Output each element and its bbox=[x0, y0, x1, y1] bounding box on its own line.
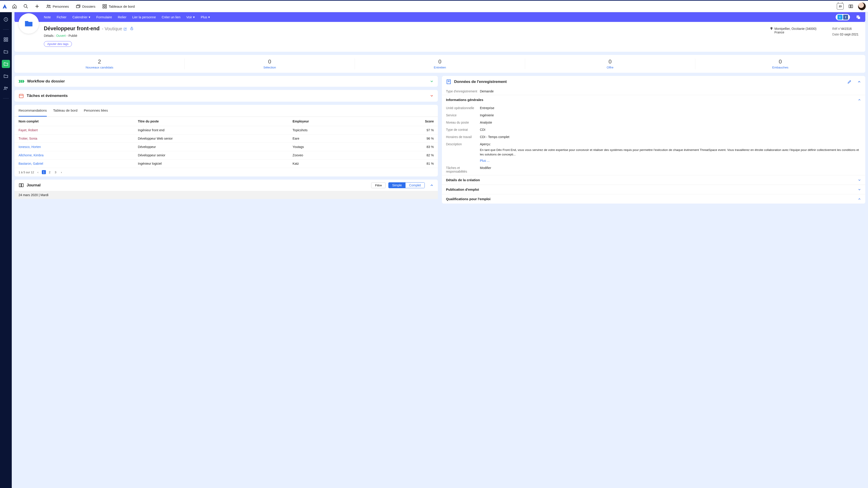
candidate-link[interactable]: Trotier, Sonia bbox=[19, 137, 37, 140]
plus-link[interactable]: Plus ... bbox=[442, 159, 865, 162]
pager: 1 à 5 sur 12 ‹ 1 2 3 › bbox=[14, 168, 438, 176]
workflow-panel: Workflow du dossier bbox=[14, 76, 438, 87]
candidate-link[interactable]: Ionesco, Horten bbox=[19, 145, 41, 149]
add-tags-button[interactable]: Ajouter des tags bbox=[44, 41, 72, 47]
table-row[interactable]: Fayet, RobertIngénieur front endTopicsho… bbox=[14, 126, 438, 134]
table-row[interactable]: Ionesco, HortenDéveloppeurYoutags83 % bbox=[14, 143, 438, 151]
workflow-icon bbox=[19, 79, 24, 84]
rail-grid-icon[interactable] bbox=[2, 35, 10, 43]
lock-open-icon[interactable] bbox=[130, 27, 133, 31]
svg-line-1 bbox=[26, 7, 28, 8]
rail-folder2-icon[interactable] bbox=[2, 60, 10, 68]
rail-folder3-icon[interactable] bbox=[2, 72, 10, 80]
home-icon[interactable] bbox=[10, 2, 19, 10]
tb-voir[interactable]: Voir ▾ bbox=[186, 15, 195, 19]
tb-fichier[interactable]: Fichier bbox=[57, 15, 67, 19]
seg-complet[interactable]: Complet bbox=[405, 183, 425, 188]
facebook-icon[interactable]: f bbox=[843, 15, 848, 20]
tab-recommandations[interactable]: Recommandations bbox=[19, 105, 47, 117]
nav-tableaux[interactable]: Tableaux de bord bbox=[100, 2, 136, 10]
candidate-link[interactable]: Allchorne, Kimbra bbox=[19, 153, 43, 157]
tb-copy-icon[interactable] bbox=[856, 15, 861, 20]
pager-3[interactable]: 3 bbox=[54, 170, 58, 174]
tb-formulaire[interactable]: Formulaire bbox=[96, 15, 112, 19]
seg-simple[interactable]: Simple bbox=[389, 183, 405, 188]
book-icon[interactable] bbox=[847, 2, 855, 10]
stage-offre[interactable]: 0Offre bbox=[525, 59, 695, 69]
section-general[interactable]: Informations générales bbox=[442, 95, 865, 104]
twitter-icon[interactable]: t bbox=[837, 15, 842, 20]
app-logo[interactable] bbox=[2, 4, 7, 9]
pager-1[interactable]: 1 bbox=[42, 170, 46, 174]
candidates-table: Nom complet Titre du poste Employeur Sco… bbox=[14, 117, 438, 168]
svg-point-0 bbox=[24, 4, 27, 7]
rail-history-icon[interactable] bbox=[2, 15, 10, 24]
tb-creer-lien[interactable]: Créer un lien bbox=[162, 15, 180, 19]
add-icon[interactable] bbox=[33, 2, 41, 10]
candidate-link[interactable]: Fayet, Robert bbox=[19, 128, 38, 132]
calendar-badge[interactable]: 23 bbox=[837, 3, 844, 9]
company-link[interactable]: - Voutique bbox=[102, 26, 128, 31]
tb-plus[interactable]: Plus ▾ bbox=[201, 15, 210, 19]
location: Montpellier, Occitanie (34000) France bbox=[770, 27, 816, 47]
view-toggle: Simple Complet bbox=[388, 182, 425, 188]
tb-calendrier[interactable]: Calendrier ▾ bbox=[72, 15, 90, 19]
chevron-up-icon[interactable] bbox=[430, 183, 434, 187]
main-content: Note Fichier Calendrier ▾ Formulaire Rel… bbox=[12, 12, 868, 488]
pager-next[interactable]: › bbox=[59, 170, 64, 174]
tb-note[interactable]: Note bbox=[44, 15, 51, 19]
top-navbar: Personnes Dossiers Tableaux de bord 23 bbox=[0, 0, 868, 12]
record-header: Développeur front-end - Voutique Détails… bbox=[14, 22, 865, 52]
stage-selection[interactable]: 0Sélection bbox=[185, 59, 355, 69]
search-icon[interactable] bbox=[22, 2, 30, 10]
tb-lier-personne[interactable]: Lier la personne bbox=[132, 15, 156, 19]
chevron-down-icon bbox=[858, 178, 861, 182]
table-row[interactable]: Trotier, SoniaDéveloppeur Web seniorEare… bbox=[14, 134, 438, 143]
filter-button[interactable]: Filtre bbox=[371, 183, 385, 188]
stage-embauches[interactable]: 0Embauches bbox=[695, 59, 865, 69]
th-title[interactable]: Titre du poste bbox=[134, 117, 288, 126]
chevron-up-icon bbox=[858, 197, 861, 201]
pin-icon bbox=[770, 27, 773, 47]
tb-relier[interactable]: Relier bbox=[118, 15, 126, 19]
th-score[interactable]: Score bbox=[377, 117, 438, 126]
svg-rect-6 bbox=[76, 5, 79, 8]
chevron-down-icon: ▾ bbox=[193, 15, 195, 19]
pager-prev[interactable]: ‹ bbox=[36, 170, 40, 174]
pipeline-stages: 2Nouveaux candidats 0Sélection 0Entretie… bbox=[14, 55, 865, 73]
rail-folder1-icon[interactable] bbox=[2, 48, 10, 56]
nav-dossiers[interactable]: Dossiers bbox=[74, 2, 97, 10]
record-data-panel: Données de l'enregistrement Type d'enreg… bbox=[442, 76, 865, 203]
chevron-up-icon[interactable] bbox=[857, 80, 861, 84]
table-row[interactable]: Bastaron, GabrielIngénieur logicielKatz8… bbox=[14, 160, 438, 168]
record-field: Niveau du posteAnalyste bbox=[442, 119, 865, 126]
nav-personnes[interactable]: Personnes bbox=[44, 2, 71, 10]
record-field: Unité opérationnelleEntreprise bbox=[442, 104, 865, 111]
rail-people-icon[interactable] bbox=[2, 84, 10, 92]
stage-nouveaux[interactable]: 2Nouveaux candidats bbox=[14, 59, 185, 69]
social-pill: t f bbox=[836, 14, 850, 20]
section-creation[interactable]: Détails de la création bbox=[442, 175, 865, 185]
tabs: Recommandations Tableau de bord Personne… bbox=[14, 105, 438, 117]
stage-entretien[interactable]: 0Entretien bbox=[355, 59, 525, 69]
chevron-up-icon bbox=[858, 98, 861, 102]
svg-rect-20 bbox=[131, 28, 133, 30]
svg-point-17 bbox=[6, 87, 7, 88]
chevron-down-icon[interactable] bbox=[430, 79, 434, 84]
table-row[interactable]: Allchorne, KimbraDéveloppeur seniorZoove… bbox=[14, 151, 438, 160]
tab-tableau[interactable]: Tableau de bord bbox=[53, 105, 78, 117]
th-employer[interactable]: Employeur bbox=[288, 117, 377, 126]
chevron-down-icon: ▾ bbox=[89, 15, 90, 19]
svg-rect-8 bbox=[105, 4, 106, 6]
description-row: Description Aperçu: bbox=[442, 140, 865, 148]
user-avatar[interactable] bbox=[858, 2, 866, 10]
section-publication[interactable]: Publication d'emploi bbox=[442, 185, 865, 194]
chevron-down-icon[interactable] bbox=[430, 94, 434, 98]
edit-icon[interactable] bbox=[847, 79, 852, 84]
section-qualifications[interactable]: Qualifications pour l'emploi bbox=[442, 194, 865, 203]
pager-2[interactable]: 2 bbox=[48, 170, 52, 174]
candidate-link[interactable]: Bastaron, Gabriel bbox=[19, 162, 43, 165]
tab-personnes-liees[interactable]: Personnes liées bbox=[84, 105, 108, 117]
svg-rect-10 bbox=[105, 7, 106, 8]
th-name[interactable]: Nom complet bbox=[14, 117, 134, 126]
